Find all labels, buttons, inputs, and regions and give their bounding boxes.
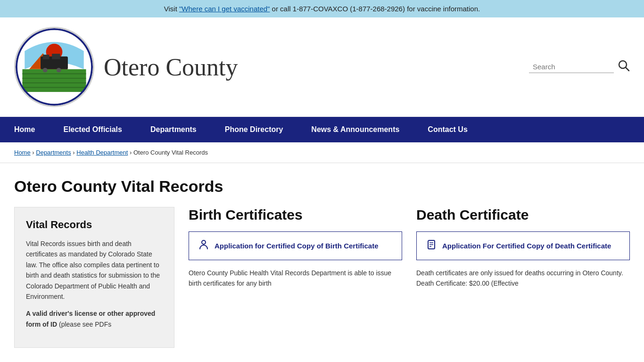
- svg-point-13: [57, 68, 61, 73]
- banner-text-before: Visit: [164, 5, 179, 13]
- vital-records-heading: Vital Records: [26, 219, 163, 231]
- search-input[interactable]: [529, 61, 614, 73]
- breadcrumb-current: Otero County Vital Records: [133, 149, 208, 156]
- search-area: [529, 59, 630, 74]
- nav-item-phone-directory[interactable]: Phone Directory: [211, 117, 297, 142]
- search-button[interactable]: [618, 59, 630, 74]
- svg-rect-4: [22, 69, 86, 92]
- page-title: Otero County Vital Records: [14, 177, 630, 196]
- search-icon: [618, 59, 630, 72]
- vital-records-section: Vital Records Vital Records issues birth…: [14, 207, 174, 348]
- svg-rect-10: [43, 55, 50, 59]
- birth-certificates-heading: Birth Certificates: [189, 207, 402, 223]
- nav-item-news-announcements[interactable]: News & Announcements: [297, 117, 413, 142]
- breadcrumb: Home › Departments › Health Department ›…: [0, 142, 644, 163]
- death-cert-icon: [426, 239, 437, 252]
- logo: OTERO COUNTY: [14, 27, 94, 107]
- nav-bar: Home Elected Officials Departments Phone…: [0, 117, 644, 142]
- main-content: Otero County Vital Records Vital Records…: [0, 163, 644, 362]
- nav-item-departments[interactable]: Departments: [136, 117, 211, 142]
- death-certificates-heading: Death Certificate: [416, 207, 630, 223]
- svg-point-18: [202, 240, 206, 244]
- vital-records-body2-rest: (please see PDFs: [59, 321, 111, 328]
- nav-item-elected-officials[interactable]: Elected Officials: [49, 117, 136, 142]
- birth-certificates-section: Birth Certificates Application for Certi…: [189, 207, 402, 289]
- header: OTERO COUNTY Otero County: [0, 17, 644, 117]
- birth-cert-link-text: Application for Certified Copy of Birth …: [215, 241, 379, 251]
- vital-records-body2: A valid driver's license or other approv…: [26, 308, 163, 329]
- nav-item-home[interactable]: Home: [0, 117, 49, 142]
- nav-item-contact-us[interactable]: Contact Us: [413, 117, 481, 142]
- banner-text-after: or call 1-877-COVAXCO (1-877-268-2926) f…: [272, 5, 480, 13]
- vaccine-link[interactable]: "Where can I get vaccinated": [179, 5, 270, 13]
- death-cert-body: Death certificates are only issued for d…: [416, 268, 630, 278]
- breadcrumb-health-department[interactable]: Health Department: [76, 149, 128, 156]
- death-cert-link-box[interactable]: Application For Certified Copy of Death …: [416, 231, 630, 260]
- content-grid: Vital Records Vital Records issues birth…: [14, 207, 630, 348]
- death-cert-body2: Death Certificate: $20.00 (Effective: [416, 278, 630, 288]
- svg-line-17: [626, 67, 629, 71]
- breadcrumb-departments[interactable]: Departments: [36, 149, 71, 156]
- death-certificates-section: Death Certificate Application For Certif…: [416, 207, 630, 289]
- svg-point-12: [43, 68, 48, 73]
- logo-area: OTERO COUNTY Otero County: [14, 27, 529, 107]
- site-title: Otero County: [104, 53, 238, 81]
- death-cert-link-text: Application For Certified Copy of Death …: [442, 241, 611, 251]
- vital-records-body1: Vital Records issues birth and death cer…: [26, 239, 163, 302]
- top-banner: Visit "Where can I get vaccinated" or ca…: [0, 0, 644, 17]
- breadcrumb-home[interactable]: Home: [14, 149, 31, 156]
- birth-cert-icon: [198, 239, 209, 252]
- birth-cert-body: Otero County Public Health Vital Records…: [189, 268, 402, 289]
- birth-cert-link-box[interactable]: Application for Certified Copy of Birth …: [189, 231, 402, 260]
- svg-rect-11: [52, 54, 60, 59]
